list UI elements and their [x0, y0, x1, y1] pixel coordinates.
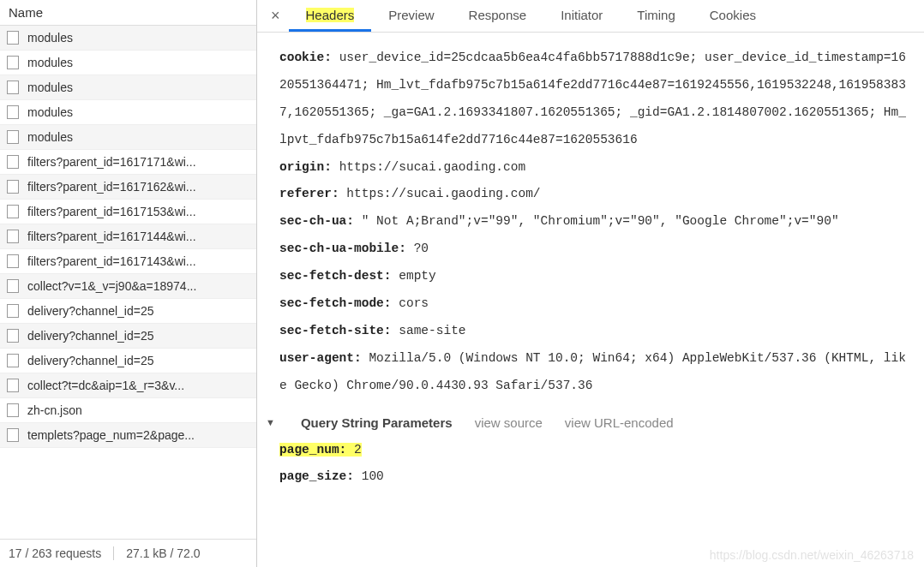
tab-headers[interactable]: Headers: [289, 1, 372, 32]
tab-cookies[interactable]: Cookies: [693, 1, 773, 32]
request-list: modulesmodulesmodulesmodulesmodulesfilte…: [0, 26, 256, 539]
request-name: templets?page_num=2&page...: [27, 428, 195, 442]
request-name: modules: [27, 56, 73, 69]
header-key: origin:: [279, 160, 339, 174]
tab-timing[interactable]: Timing: [620, 1, 692, 32]
header-key: sec-fetch-dest:: [279, 269, 399, 283]
header-row: user-agent: Mozilla/5.0 (Windows NT 10.0…: [279, 345, 909, 400]
request-name: collect?t=dc&aip=1&_r=3&v...: [27, 379, 184, 392]
request-name: zh-cn.json: [27, 403, 82, 417]
document-icon: [7, 31, 19, 45]
header-value: user_device_id=25cdcaa5b6ea4c4fa6bb57178…: [279, 51, 906, 146]
request-name: modules: [27, 105, 73, 119]
query-param-key: page_size:: [279, 469, 354, 483]
request-name: modules: [27, 81, 73, 94]
request-row[interactable]: filters?parent_id=1617153&wi...: [0, 200, 256, 224]
document-icon: [7, 304, 19, 318]
document-icon: [7, 279, 19, 293]
header-value: Mozilla/5.0 (Windows NT 10.0; Win64; x64…: [279, 351, 906, 392]
request-row[interactable]: collect?v=1&_v=j90&a=18974...: [0, 274, 256, 299]
request-row[interactable]: modules: [0, 26, 256, 51]
request-name: filters?parent_id=1617144&wi...: [27, 230, 196, 243]
document-icon: [7, 205, 19, 218]
close-icon[interactable]: ×: [262, 7, 289, 25]
view-source-link[interactable]: view source: [475, 409, 543, 437]
request-row[interactable]: filters?parent_id=1617143&wi...: [0, 249, 256, 274]
query-section-title: Query String Parameters: [301, 409, 453, 437]
request-row[interactable]: filters?parent_id=1617144&wi...: [0, 224, 256, 249]
view-url-encoded-link[interactable]: view URL-encoded: [565, 409, 674, 437]
header-value: empty: [399, 269, 436, 283]
header-row: sec-fetch-mode: cors: [279, 290, 909, 318]
document-icon: [7, 428, 19, 442]
request-name: modules: [27, 130, 73, 144]
request-name: filters?parent_id=1617162&wi...: [27, 180, 196, 194]
query-param-key: page_num:: [279, 443, 346, 457]
header-key: sec-fetch-mode:: [279, 296, 399, 310]
header-key: referer:: [279, 187, 346, 200]
request-row[interactable]: delivery?channel_id=25: [0, 349, 256, 373]
header-key: sec-fetch-site:: [279, 324, 399, 337]
document-icon: [7, 105, 19, 119]
header-key: sec-ch-ua-mobile:: [279, 242, 414, 255]
request-row[interactable]: modules: [0, 51, 256, 75]
header-row: sec-fetch-site: same-site: [279, 318, 909, 345]
document-icon: [7, 81, 19, 94]
tab-label: Headers: [306, 8, 355, 22]
header-value: https://sucai.gaoding.com: [339, 160, 526, 174]
tab-preview[interactable]: Preview: [371, 1, 451, 32]
request-row[interactable]: zh-cn.json: [0, 398, 256, 423]
request-row[interactable]: modules: [0, 75, 256, 100]
status-size: 27.1 kB / 72.0: [126, 546, 212, 560]
requests-panel: Name modulesmodulesmodulesmodulesmodules…: [0, 0, 257, 567]
header-key: user-agent:: [279, 351, 369, 365]
request-name: modules: [27, 31, 73, 45]
query-param-value: 100: [354, 469, 384, 483]
request-row[interactable]: modules: [0, 125, 256, 150]
document-icon: [7, 329, 19, 343]
document-icon: [7, 130, 19, 144]
document-icon: [7, 254, 19, 268]
header-row: cookie: user_device_id=25cdcaa5b6ea4c4fa…: [279, 45, 909, 154]
request-name: collect?v=1&_v=j90&a=18974...: [27, 279, 196, 293]
request-row[interactable]: modules: [0, 100, 256, 125]
document-icon: [7, 155, 19, 169]
tab-response[interactable]: Response: [452, 1, 544, 32]
header-value: cors: [399, 296, 429, 310]
request-name: delivery?channel_id=25: [27, 329, 154, 343]
request-name: filters?parent_id=1617171&wi...: [27, 155, 196, 169]
headers-content: cookie: user_device_id=25cdcaa5b6ea4c4fa…: [257, 33, 924, 567]
header-row: sec-fetch-dest: empty: [279, 263, 909, 290]
header-key: cookie:: [279, 51, 339, 64]
request-row[interactable]: filters?parent_id=1617162&wi...: [0, 175, 256, 200]
document-icon: [7, 379, 19, 392]
tab-initiator[interactable]: Initiator: [543, 1, 620, 32]
header-row: sec-ch-ua-mobile: ?0: [279, 236, 909, 263]
header-value: " Not A;Brand";v="99", "Chromium";v="90"…: [362, 214, 839, 228]
document-icon: [7, 180, 19, 194]
request-name: delivery?channel_id=25: [27, 304, 154, 318]
document-icon: [7, 56, 19, 69]
query-param-value: 2: [346, 443, 361, 457]
header-row: origin: https://sucai.gaoding.com: [279, 154, 909, 182]
request-row[interactable]: collect?t=dc&aip=1&_r=3&v...: [0, 373, 256, 398]
request-row[interactable]: delivery?channel_id=25: [0, 299, 256, 324]
detail-tabs: × HeadersPreviewResponseInitiatorTimingC…: [257, 0, 924, 33]
document-icon: [7, 354, 19, 367]
header-value: https://sucai.gaoding.com/: [346, 187, 540, 200]
request-name: delivery?channel_id=25: [27, 354, 154, 367]
header-value: ?0: [414, 242, 429, 255]
query-param-row: page_size: 100: [279, 463, 909, 491]
header-row: sec-ch-ua: " Not A;Brand";v="99", "Chrom…: [279, 208, 909, 236]
request-name: filters?parent_id=1617153&wi...: [27, 205, 196, 218]
status-bar: 17 / 263 requests 27.1 kB / 72.0: [0, 539, 256, 567]
request-row[interactable]: delivery?channel_id=25: [0, 324, 256, 349]
query-section-header[interactable]: Query String Parameters view source view…: [266, 409, 909, 437]
column-header-name[interactable]: Name: [0, 0, 256, 26]
document-icon: [7, 403, 19, 417]
request-name: filters?parent_id=1617143&wi...: [27, 254, 196, 268]
header-value: same-site: [399, 324, 465, 337]
request-row[interactable]: templets?page_num=2&page...: [0, 423, 256, 448]
status-requests: 17 / 263 requests: [9, 546, 114, 560]
request-row[interactable]: filters?parent_id=1617171&wi...: [0, 150, 256, 175]
